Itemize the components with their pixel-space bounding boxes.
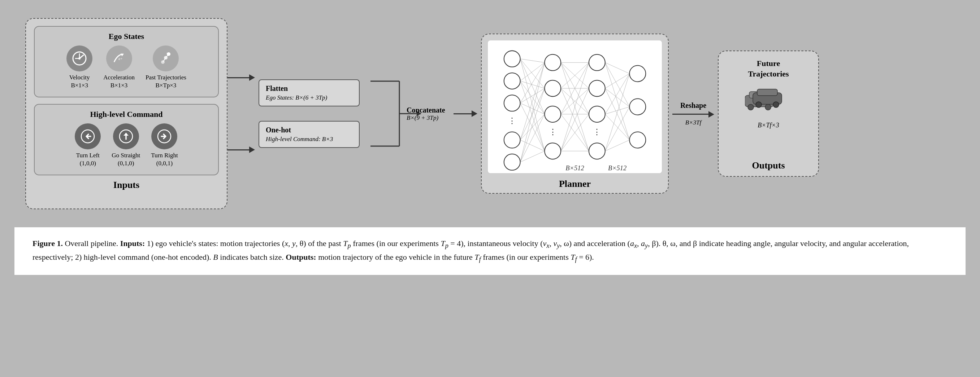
svg-line-48 [520,81,544,114]
svg-line-88 [605,107,629,151]
flatten-title: Flatten [266,84,352,93]
reshape-label: Reshape [680,101,706,110]
svg-line-49 [520,81,544,151]
svg-line-58 [520,62,544,162]
cars-svg [745,86,792,115]
turn-right-item: Turn Right (0,0,1) [151,124,178,167]
nn-layer1: ⋮ [504,51,520,170]
svg-line-86 [605,114,629,140]
svg-line-56 [520,114,544,140]
outputs-dim: B×Tf×3 [757,122,779,129]
svg-line-54 [520,62,544,140]
go-straight-label: Go Straight (0,1,0) [111,152,140,167]
past-traj-item: Past Trajectories B×Tp×3 [146,46,186,89]
onehot-sub: High-level Command: B×3 [266,136,352,143]
arrow-to-onehot [228,146,255,153]
reshape-arrow [672,111,714,117]
outputs-box: FutureTrajectories B×Tf×3 Outputs [718,51,819,177]
nn-connections-2-3 [561,62,589,151]
svg-line-45 [520,59,544,151]
arrow-to-flatten [228,74,255,81]
svg-point-38 [589,143,605,159]
svg-point-24 [504,73,520,89]
onehot-block: One-hot High-level Command: B×3 [259,121,360,148]
svg-point-25 [504,95,520,111]
concatenate-label: Concatenate [407,106,445,114]
turn-right-label: Turn Right (0,0,1) [151,152,178,167]
concat-label-area: Concatenate B×(9 + 3Tp) [407,106,445,122]
velocity-label: Velocity B×1×3 [69,74,90,89]
svg-point-34 [589,54,605,71]
svg-text:⋮: ⋮ [549,127,557,136]
svg-text:⋮: ⋮ [593,127,601,136]
velocity-item: Velocity B×1×3 [67,46,92,89]
svg-text:B×512: B×512 [608,165,627,172]
go-straight-icon [113,124,139,149]
turn-left-label: Turn Left (1,0,0) [76,152,100,167]
svg-point-33 [544,143,561,159]
svg-point-99 [773,102,779,108]
caption-text-2: 1) ego vehicle's states: motion trajecto… [147,239,285,248]
svg-line-84 [605,74,629,114]
high-level-title: High-level Command [41,110,212,119]
inputs-box: Ego States Velocity B×1×3 [25,18,228,209]
turn-right-icon [151,124,177,149]
svg-text:a+: a+ [118,57,123,60]
svg-rect-97 [757,89,778,96]
svg-line-44 [520,59,544,114]
ego-states-section: Ego States Velocity B×1×3 [34,26,219,97]
svg-text:B×512: B×512 [565,165,584,172]
svg-point-35 [589,80,605,96]
nn-layer2: ⋮ [544,54,561,159]
outputs-title: FutureTrajectories [748,59,789,79]
flatten-block: Flatten Ego States: B×(6 + 3Tp) [259,79,360,106]
planner-inner: ⋮ ⋮ ⋮ [487,40,662,174]
ego-states-icons-row: Velocity B×1×3 a+ Acceleration B [41,46,212,89]
svg-line-61 [520,151,544,162]
svg-point-41 [629,132,646,148]
neural-network-svg: ⋮ ⋮ ⋮ [488,40,662,173]
nn-layer3: ⋮ [589,54,605,159]
svg-point-31 [544,106,561,122]
planner-box: ⋮ ⋮ ⋮ [481,33,669,194]
svg-point-94 [748,104,754,110]
svg-point-36 [589,106,605,122]
caption-outputs-bold: Outputs: [286,252,316,261]
reshape-dim: B×3Tf [685,119,702,126]
concat-arrow-area: Concatenate B×(9 + 3Tp) [371,60,443,168]
main-diagram: Ego States Velocity B×1×3 [14,11,966,217]
high-level-section: High-level Command Turn Left (1,0,0) [34,104,219,175]
flatten-onehot-area: Flatten Ego States: B×(6 + 3Tp) One-hot … [259,79,360,148]
svg-line-60 [520,114,544,162]
svg-line-80 [605,62,629,140]
concatenate-dim: B×(9 + 3Tp) [407,114,445,122]
caption-xyz: x [285,239,288,248]
svg-line-81 [605,74,629,89]
svg-line-89 [605,140,629,151]
flatten-sub: Ego States: B×(6 + 3Tp) [266,94,352,101]
ego-states-title: Ego States [41,32,212,41]
svg-text:⋮: ⋮ [508,116,516,125]
acceleration-icon: a+ [106,46,132,71]
svg-point-23 [504,51,520,67]
turn-left-icon [75,124,101,149]
outputs-footer-label: Outputs [752,160,785,171]
svg-line-50 [520,62,544,103]
svg-point-27 [504,132,520,148]
svg-point-28 [504,154,520,170]
svg-line-82 [605,89,629,107]
svg-marker-15 [124,133,129,136]
go-straight-item: Go Straight (0,1,0) [111,124,140,167]
nn-connections-3-4 [605,62,629,151]
inputs-footer-label: Inputs [113,180,139,190]
caption-inputs-bold: Inputs: [120,239,145,248]
car-icon [745,86,792,117]
planner-label: Planner [559,179,591,189]
velocity-icon [67,46,92,71]
caption-text-1: Overall pipeline. [65,239,120,248]
svg-line-59 [520,89,544,162]
nn-connections-1-2 [520,59,544,162]
svg-line-79 [605,62,629,107]
svg-point-95 [765,104,771,110]
past-traj-icon [153,46,179,71]
